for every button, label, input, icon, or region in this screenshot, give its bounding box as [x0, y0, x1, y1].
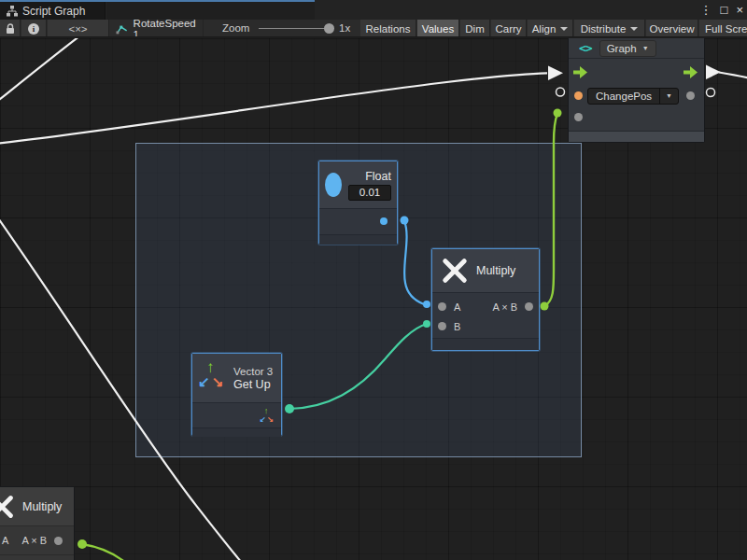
- graph-dropdown[interactable]: Graph ▼: [599, 40, 656, 57]
- toolbar-button-dim[interactable]: Dim: [460, 20, 490, 37]
- node-vector3-getup[interactable]: ↑ ↙ ↘ Vector 3 Get Up ↑ ↙ ↘: [191, 353, 282, 436]
- node-graph-changepos[interactable]: <> Graph ▼ ChangePos ▼: [568, 38, 705, 143]
- close-icon[interactable]: ×: [736, 3, 743, 17]
- zoom-value: 1x: [339, 22, 350, 34]
- port-b[interactable]: [438, 322, 446, 330]
- vector-node-header: ↑ ↙ ↘ Vector 3 Get Up: [192, 354, 281, 402]
- chevron-down-icon: [560, 27, 568, 31]
- node-subtitle: Vector 3: [233, 366, 273, 377]
- chevron-down-icon: ▼: [660, 89, 678, 104]
- multiply-ports: A A × B B: [432, 293, 539, 338]
- multiply-x-icon: [442, 258, 468, 284]
- vector3-icon: ↑ ↙ ↘: [198, 361, 228, 395]
- graph-canvas[interactable]: <> Graph ▼ ChangePos ▼: [0, 38, 747, 560]
- wire-white-flow-in: [0, 73, 547, 144]
- zoom-slider-track[interactable]: [259, 28, 334, 29]
- node-float[interactable]: Float 0.01: [318, 161, 398, 245]
- tab-bar: Script Graph ⋮ □ ×: [0, 0, 747, 20]
- vector3-out-port-icon[interactable]: ↑ ↙ ↘: [260, 408, 268, 416]
- code-brackets-icon: <>: [579, 41, 592, 55]
- wire-green-bottomleft: [82, 544, 148, 560]
- script-graph-icon: [116, 23, 128, 35]
- window-menu-icon[interactable]: ⋮: [700, 3, 712, 17]
- toolbar-button-carry[interactable]: Carry: [491, 20, 527, 37]
- port-out[interactable]: [525, 302, 533, 311]
- window-controls: ⋮ □ ×: [700, 0, 743, 19]
- node-title: Multiply: [22, 500, 62, 513]
- toolbar-button-align[interactable]: Align: [528, 20, 573, 37]
- changepos-dropdown[interactable]: ChangePos ▼: [587, 88, 679, 105]
- port-ring-right[interactable]: [707, 89, 715, 97]
- multiply-x-icon: [0, 495, 14, 519]
- flow-port-row: [569, 59, 704, 85]
- code-icon: <×>: [68, 23, 87, 35]
- extra-port-row: [569, 106, 704, 128]
- node-footer: [319, 235, 397, 245]
- value-port-row: ChangePos ▼: [569, 85, 704, 106]
- flow-out-arrow-icon: [706, 65, 721, 80]
- chevron-down-icon: ▼: [642, 45, 649, 51]
- toolbar-button-distribute[interactable]: Distribute: [574, 20, 645, 37]
- float-node-header: Float 0.01: [319, 161, 397, 208]
- wire-endpoint[interactable]: [554, 109, 562, 118]
- port-ring-left[interactable]: [557, 88, 565, 96]
- code-view-button[interactable]: <×>: [48, 20, 109, 37]
- multiply2-ports: A A × B: [0, 526, 74, 554]
- info-icon: i: [28, 23, 39, 35]
- zoom-slider-handle[interactable]: [324, 23, 334, 34]
- node-title: Float: [365, 170, 391, 183]
- lock-button[interactable]: [0, 20, 21, 37]
- multiply-node-header: Multiply: [432, 249, 539, 292]
- float-type-icon: [325, 173, 342, 197]
- node-multiply-2[interactable]: Multiply A A × B: [0, 486, 75, 560]
- chevron-down-icon: [630, 27, 638, 31]
- node-title: Multiply: [476, 264, 515, 277]
- flow-in-port-icon[interactable]: [573, 66, 588, 78]
- float-out-port[interactable]: [380, 217, 388, 225]
- graph-hierarchy-icon: [7, 6, 18, 17]
- node-title: Get Up: [233, 378, 273, 391]
- node-multiply[interactable]: Multiply A A × B B: [431, 248, 540, 351]
- float-value-field[interactable]: 0.01: [348, 185, 391, 201]
- flow-in-arrow-icon: [548, 66, 563, 81]
- zoom-label: Zoom: [222, 22, 249, 34]
- graph-node-header: <> Graph ▼: [569, 38, 704, 59]
- tab-script-graph[interactable]: Script Graph: [0, 2, 106, 20]
- maximize-icon[interactable]: □: [721, 3, 728, 17]
- graph-toolbar: i <×> RotateSpeed 1 Zoom 1x Relations Va…: [0, 20, 747, 37]
- flow-out-port-icon[interactable]: [684, 66, 698, 78]
- tab-bar-spacer: [106, 2, 315, 20]
- value-out-port[interactable]: [686, 91, 695, 100]
- toolbar-button-values[interactable]: Values: [417, 20, 459, 37]
- vector-port-row: ↑ ↙ ↘: [192, 403, 281, 427]
- multiply-node-header: Multiply: [0, 487, 74, 525]
- wire-endpoint[interactable]: [78, 539, 87, 549]
- wire-white-topleft: [0, 38, 84, 104]
- breadcrumb-label: RotateSpeed 1: [134, 20, 203, 37]
- toolbar-button-relations[interactable]: Relations: [360, 20, 416, 37]
- toolbar-button-overview[interactable]: Overview: [646, 20, 698, 37]
- toolbar-button-fullscreen[interactable]: Full Screen: [699, 20, 747, 37]
- graph-node-footer: [569, 131, 704, 142]
- value-port[interactable]: [574, 113, 583, 121]
- node-footer: [192, 428, 281, 437]
- breadcrumb[interactable]: RotateSpeed 1: [110, 20, 204, 37]
- wire-white-flow-out: [719, 73, 747, 79]
- float-port-row: [319, 209, 397, 234]
- port-out[interactable]: [54, 537, 63, 545]
- node-footer: [432, 338, 539, 350]
- port-a[interactable]: [438, 302, 446, 311]
- orange-value-port[interactable]: [574, 91, 583, 100]
- info-button[interactable]: i: [21, 20, 47, 37]
- tab-title: Script Graph: [22, 5, 85, 18]
- lock-icon: [6, 23, 15, 35]
